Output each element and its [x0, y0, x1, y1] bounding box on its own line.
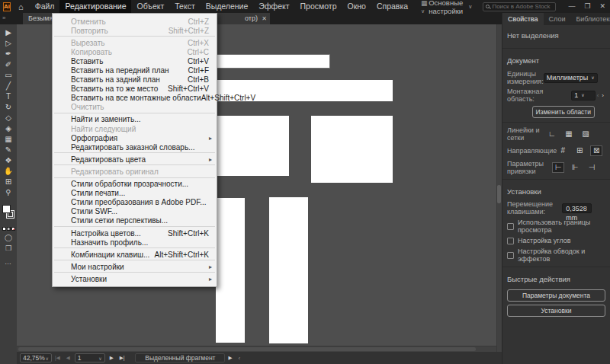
- minimize-button[interactable]: —: [563, 0, 580, 13]
- toolbar-collapse-icon[interactable]: »: [2, 14, 5, 21]
- menu-item[interactable]: Вставить на задний планCtrl+B: [53, 75, 217, 85]
- status-menu-arrow-icon[interactable]: ▶: [226, 355, 233, 361]
- artboard-tool-icon[interactable]: ⊞: [0, 177, 17, 187]
- pen-tool-icon[interactable]: ✒: [0, 49, 17, 59]
- tab-properties[interactable]: Свойства: [502, 13, 544, 25]
- snap-pixel-icon[interactable]: ⊩: [569, 162, 581, 173]
- smart-guides-icon[interactable]: ⊞: [573, 145, 586, 156]
- menu-item[interactable]: Найти и заменить...: [53, 115, 217, 124]
- menubar-item-файл[interactable]: Файл: [30, 0, 60, 13]
- checkbox-icon[interactable]: [507, 252, 514, 259]
- menu-item[interactable]: Вставить на передний планCtrl+F: [53, 65, 217, 75]
- gradient-mode-icon[interactable]: [7, 227, 11, 231]
- gradient-tool-icon[interactable]: ▦: [0, 134, 17, 145]
- menu-item[interactable]: Редактировать цвета▸: [53, 155, 217, 164]
- ruler-icon[interactable]: ∟: [546, 129, 558, 139]
- first-artboard-icon[interactable]: |◀: [53, 355, 62, 361]
- zoom-tool-icon[interactable]: ⚲: [0, 187, 17, 198]
- menubar-item-окно[interactable]: Окно: [342, 0, 371, 13]
- lock-guides-icon[interactable]: ⊠: [590, 145, 602, 156]
- menu-item[interactable]: Стили обработки прозрачности...: [53, 180, 217, 189]
- menubar-item-текст[interactable]: Текст: [169, 0, 200, 13]
- prev-artboard-icon[interactable]: ◀: [65, 355, 72, 361]
- artboard-dropdown[interactable]: 1 ∨: [571, 91, 596, 101]
- menu-item[interactable]: Назначить профиль...: [53, 238, 217, 247]
- tab-libraries[interactable]: Библиотеки: [570, 13, 610, 25]
- search-input[interactable]: [492, 3, 553, 10]
- menu-item[interactable]: Стили преобразования в Adobe PDF...: [53, 198, 217, 207]
- menubar-item-редактирование[interactable]: Редактирование: [59, 0, 131, 13]
- document-setup-button[interactable]: Параметры документа: [507, 289, 605, 302]
- preview-bounds-row[interactable]: Использовать границы просмотра: [507, 219, 605, 234]
- last-artboard-icon[interactable]: ▶|: [118, 355, 127, 361]
- zoom-level-select[interactable]: 42,75% ∨: [20, 353, 52, 362]
- menu-item[interactable]: Вставить на все монтажные областиAlt+Shi…: [53, 94, 217, 103]
- menu-item[interactable]: Мои настройки▸: [53, 262, 217, 271]
- curvature-tool-icon[interactable]: ✐: [0, 59, 17, 70]
- blend-tool-icon[interactable]: ❖: [0, 155, 17, 166]
- menubar-item-справка[interactable]: Справка: [371, 0, 413, 13]
- next-artboard-icon[interactable]: ›: [600, 92, 605, 99]
- snap-grid-icon[interactable]: ⊢: [552, 162, 564, 173]
- menubar-item-эффект[interactable]: Эффект: [253, 0, 294, 13]
- screen-mode-icon[interactable]: ❒: [5, 244, 11, 252]
- draw-mode-icon[interactable]: ◯: [5, 234, 12, 241]
- fill-stroke-swatches[interactable]: [0, 204, 17, 227]
- color-mode-icon[interactable]: [2, 227, 6, 231]
- vertical-scrollbar[interactable]: [496, 24, 502, 352]
- menu-item[interactable]: Комбинации клавиш...Alt+Shift+Ctrl+K: [53, 250, 217, 259]
- menubar-item-просмотр[interactable]: Просмотр: [295, 0, 342, 13]
- status-display[interactable]: Выделенный фрагмент: [135, 353, 225, 362]
- selection-tool-icon[interactable]: ▶: [0, 27, 17, 38]
- artboard-number-select[interactable]: 1 ∨: [75, 353, 105, 362]
- checkbox-icon[interactable]: [507, 238, 514, 244]
- menu-item[interactable]: Орфография▸: [53, 133, 217, 142]
- tab-layers[interactable]: Слои: [544, 13, 571, 25]
- edit-artboards-button[interactable]: Изменить области: [532, 106, 596, 118]
- menubar-item-выделение[interactable]: Выделение: [201, 0, 254, 13]
- edit-toolbar-icon[interactable]: …: [5, 258, 12, 266]
- transparency-grid-icon[interactable]: ▨: [580, 129, 592, 139]
- guides-icon[interactable]: #: [557, 145, 569, 156]
- checkbox-icon[interactable]: [507, 223, 514, 230]
- horizontal-scrollbar[interactable]: [17, 346, 496, 352]
- type-tool-icon[interactable]: T: [0, 91, 17, 102]
- width-tool-icon[interactable]: ◈: [0, 123, 17, 134]
- grid-icon[interactable]: ▦: [563, 129, 575, 139]
- home-icon[interactable]: ⌂: [18, 2, 24, 11]
- shape-builder-tool-icon[interactable]: ◇: [0, 113, 17, 123]
- rectangle-tool-icon[interactable]: ▭: [0, 70, 17, 81]
- workspace-label[interactable]: Основные настройки: [429, 0, 466, 15]
- menu-item[interactable]: Стили SWF...: [53, 207, 217, 216]
- line-segment-tool-icon[interactable]: ╱: [0, 81, 17, 91]
- prev-artboard-icon[interactable]: ‹: [596, 92, 601, 99]
- restore-button[interactable]: ❐: [580, 0, 595, 13]
- menu-item[interactable]: Стили сетки перспективы...: [53, 216, 217, 225]
- preferences-button[interactable]: Установки: [507, 305, 605, 317]
- menu-item[interactable]: Стили печати...: [53, 189, 217, 198]
- tab-close-icon[interactable]: ✕: [262, 13, 267, 24]
- horizontal-scrollbar-thumb[interactable]: [18, 347, 476, 351]
- workspace-switcher-icon[interactable]: ▦ ∨: [421, 0, 429, 14]
- rotate-tool-icon[interactable]: ↻: [0, 102, 17, 113]
- pencil-tool-icon[interactable]: ✎: [0, 145, 17, 155]
- units-dropdown[interactable]: Миллиметры ∨: [544, 73, 598, 83]
- vertical-scrollbar-thumb[interactable]: [497, 185, 501, 203]
- menu-item[interactable]: Настройка цветов...Shift+Ctrl+K: [53, 228, 217, 238]
- stock-search-box[interactable]: [483, 2, 556, 11]
- direct-selection-tool-icon[interactable]: ▷: [0, 38, 17, 49]
- none-mode-icon[interactable]: [11, 227, 15, 231]
- menubar-item-объект[interactable]: Объект: [131, 0, 169, 13]
- close-button[interactable]: ✕: [595, 0, 610, 13]
- scale-corners-row[interactable]: Настройка углов: [507, 237, 605, 244]
- workspace-chevron-icon[interactable]: ∨: [468, 4, 472, 10]
- hand-tool-icon[interactable]: ✋: [0, 166, 17, 177]
- menu-item[interactable]: ВставитьCtrl+V: [53, 56, 217, 65]
- menu-item[interactable]: Редактировать заказной словарь...: [53, 142, 217, 152]
- menu-item[interactable]: Вставить на то же местоShift+Ctrl+V: [53, 85, 217, 94]
- next-artboard-icon[interactable]: ▶: [108, 355, 115, 361]
- fill-color-swatch[interactable]: [2, 205, 11, 213]
- scale-strokes-row[interactable]: Настройка обводок и эффектов: [507, 247, 605, 263]
- keyboard-increment-field[interactable]: 0,3528 mm: [562, 203, 592, 213]
- menu-item[interactable]: Установки▸: [53, 274, 217, 283]
